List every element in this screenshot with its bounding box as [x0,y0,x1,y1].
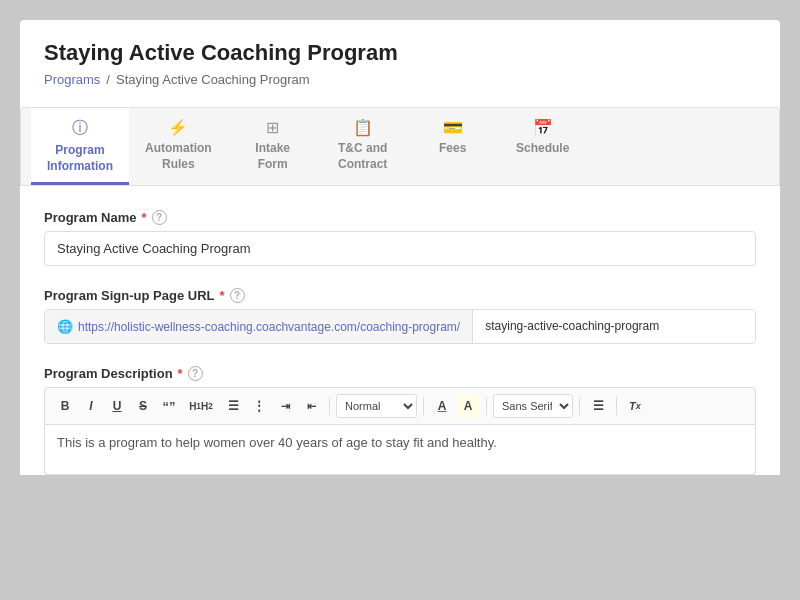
tab-label-fees: Fees [439,141,466,157]
signup-url-label: Program Sign-up Page URL * ? [44,288,756,303]
editor-toolbar: B I U S “” H1 H2 ☰ ⋮ ⇥ ⇤ Normal Heading … [44,387,756,425]
program-name-help-icon[interactable]: ? [152,210,167,225]
program-name-label: Program Name * ? [44,210,756,225]
toolbar-align-button[interactable]: ☰ [586,394,610,418]
program-description-group: Program Description * ? B I U S “” H1 H2… [44,366,756,475]
toolbar-quote-button[interactable]: “” [157,394,181,418]
schedule-icon: 📅 [533,118,553,137]
breadcrumb: Programs / Staying Active Coaching Progr… [44,72,756,87]
toolbar-font-family-select[interactable]: Sans Serif Serif Monospace [493,394,573,418]
tab-automation-rules[interactable]: ⚡ AutomationRules [129,108,228,185]
toolbar-sep-3 [486,397,487,415]
tab-label-intake-form: IntakeForm [255,141,290,172]
required-star: * [141,210,146,225]
tab-schedule[interactable]: 📅 Schedule [498,108,588,185]
url-input-group: 🌐 https://holistic-wellness-coaching.coa… [44,309,756,344]
breadcrumb-separator: / [106,72,110,87]
url-suffix[interactable]: staying-active-coaching-program [473,310,755,343]
description-help-icon[interactable]: ? [188,366,203,381]
tabs-container: ⓘ ProgramInformation ⚡ AutomationRules ⊞… [20,107,780,186]
toolbar-sep-5 [616,397,617,415]
program-description-label: Program Description * ? [44,366,756,381]
toolbar-font-color-button[interactable]: A [430,394,454,418]
tab-label-tc-contract: T&C andContract [338,141,387,172]
toolbar-outdent-button[interactable]: ⇤ [299,394,323,418]
tab-program-information[interactable]: ⓘ ProgramInformation [31,108,129,185]
signup-url-group: Program Sign-up Page URL * ? 🌐 https://h… [44,288,756,344]
breadcrumb-current: Staying Active Coaching Program [116,72,310,87]
signup-url-required-star: * [219,288,224,303]
program-name-group: Program Name * ? [44,210,756,266]
toolbar-format-select[interactable]: Normal Heading 1 Heading 2 [336,394,417,418]
toolbar-strikethrough-button[interactable]: S [131,394,155,418]
description-required-star: * [178,366,183,381]
signup-url-help-icon[interactable]: ? [230,288,245,303]
program-information-icon: ⓘ [72,118,88,139]
tab-label-schedule: Schedule [516,141,569,157]
toolbar-sep-4 [579,397,580,415]
toolbar-indent-button[interactable]: ⇥ [273,394,297,418]
toolbar-bold-button[interactable]: B [53,394,77,418]
tc-contract-icon: 📋 [353,118,373,137]
tab-label-automation-rules: AutomationRules [145,141,212,172]
toolbar-clear-format-button[interactable]: Tx [623,394,647,418]
tab-label-program-information: ProgramInformation [47,143,113,174]
toolbar-italic-button[interactable]: I [79,394,103,418]
url-prefix: 🌐 https://holistic-wellness-coaching.coa… [45,310,473,343]
form-area: Program Name * ? Program Sign-up Page UR… [44,186,756,475]
program-name-input[interactable] [44,231,756,266]
tab-tc-contract[interactable]: 📋 T&C andContract [318,108,408,185]
automation-rules-icon: ⚡ [168,118,188,137]
editor-content-text: This is a program to help women over 40 … [57,435,497,450]
intake-form-icon: ⊞ [266,118,279,137]
fees-icon: 💳 [443,118,463,137]
toolbar-h1h2-button[interactable]: H1 H2 [183,394,219,418]
toolbar-font-bg-button[interactable]: A [456,394,480,418]
breadcrumb-parent[interactable]: Programs [44,72,100,87]
tab-intake-form[interactable]: ⊞ IntakeForm [228,108,318,185]
toolbar-ordered-list-button[interactable]: ☰ [221,394,245,418]
page-wrapper: Staying Active Coaching Program Programs… [0,0,800,600]
toolbar-unordered-list-button[interactable]: ⋮ [247,394,271,418]
toolbar-underline-button[interactable]: U [105,394,129,418]
tab-fees[interactable]: 💳 Fees [408,108,498,185]
page-title: Staying Active Coaching Program [44,40,756,66]
toolbar-sep-1 [329,397,330,415]
globe-icon: 🌐 [57,319,73,334]
toolbar-sep-2 [423,397,424,415]
editor-content[interactable]: This is a program to help women over 40 … [44,425,756,475]
content-area: Staying Active Coaching Program Programs… [20,20,780,475]
